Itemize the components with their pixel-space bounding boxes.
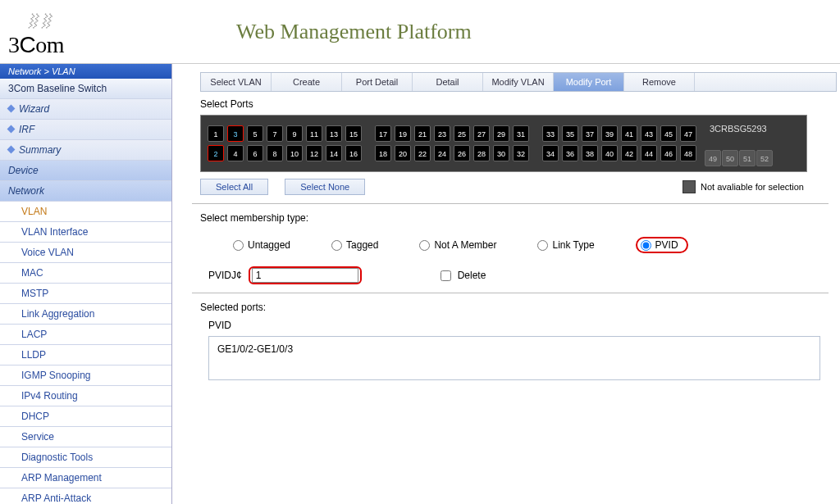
tab-modify-port[interactable]: Modify Port [554, 73, 624, 91]
port-44[interactable]: 44 [641, 145, 657, 161]
port-49: 49 [705, 150, 721, 166]
port-10[interactable]: 10 [286, 145, 303, 161]
port-3[interactable]: 3 [227, 125, 244, 142]
sidebar-item-mac[interactable]: MAC [0, 263, 171, 284]
port-34[interactable]: 34 [542, 145, 559, 161]
radio-input[interactable] [537, 240, 548, 251]
sidebar-item-lldp[interactable]: LLDP [0, 345, 171, 366]
port-23[interactable]: 23 [434, 125, 450, 142]
port-9[interactable]: 9 [286, 125, 303, 142]
radio-input[interactable] [641, 240, 651, 251]
port-45[interactable]: 45 [660, 125, 677, 142]
port-14[interactable]: 14 [326, 145, 342, 161]
port-43[interactable]: 43 [641, 125, 657, 142]
port-25[interactable]: 25 [454, 125, 470, 142]
tab-modify-vlan[interactable]: Modify VLAN [483, 73, 554, 91]
port-12[interactable]: 12 [306, 145, 322, 161]
port-40[interactable]: 40 [601, 145, 618, 161]
sidebar-item-arp-anti-attack[interactable]: ARP Anti-Attack [0, 488, 171, 504]
sidebar-item-link-aggregation[interactable]: Link Aggregation [0, 304, 171, 325]
select-none-button[interactable]: Select None [285, 179, 365, 195]
port-6[interactable]: 6 [247, 145, 263, 161]
port-31[interactable]: 31 [513, 125, 529, 142]
sidebar-item-voice-vlan[interactable]: Voice VLAN [0, 243, 171, 263]
sidebar-item-arp-management[interactable]: ARP Management [0, 468, 171, 488]
sidebar-root[interactable]: 3Com Baseline Switch [0, 79, 171, 99]
port-26[interactable]: 26 [454, 145, 470, 161]
port-42[interactable]: 42 [621, 145, 637, 161]
header: ⧚⧚ 3Com Web Management Platform [0, 0, 840, 64]
selected-ports-box: GE1/0/2-GE1/0/3 [208, 336, 820, 380]
delete-checkbox[interactable] [441, 270, 451, 281]
select-all-button[interactable]: Select All [200, 179, 268, 195]
membership-radio-not-a-member[interactable]: Not A Member [419, 239, 496, 251]
port-28[interactable]: 28 [473, 145, 490, 161]
port-7[interactable]: 7 [267, 125, 283, 142]
sidebar-item-diagnostic-tools[interactable]: Diagnostic Tools [0, 447, 171, 468]
port-5[interactable]: 5 [247, 125, 263, 142]
tab-remove[interactable]: Remove [624, 73, 695, 91]
port-2[interactable]: 2 [208, 145, 224, 161]
port-17[interactable]: 17 [375, 125, 391, 142]
tab-detail[interactable]: Detail [413, 73, 483, 91]
port-4[interactable]: 4 [227, 145, 244, 161]
port-41[interactable]: 41 [621, 125, 637, 142]
sidebar-item-label: IRF [19, 124, 34, 135]
port-20[interactable]: 20 [395, 145, 411, 161]
sidebar-item-network[interactable]: Network [0, 181, 171, 202]
membership-radio-row: UntaggedTaggedNot A MemberLink TypePVID [233, 237, 837, 253]
radio-input[interactable] [419, 240, 430, 251]
port-22[interactable]: 22 [414, 145, 431, 161]
port-30[interactable]: 30 [493, 145, 509, 161]
sidebar-item-wizard[interactable]: Wizard [0, 99, 171, 120]
port-21[interactable]: 21 [414, 125, 431, 142]
sidebar-item-service[interactable]: Service [0, 427, 171, 447]
radio-label: Not A Member [434, 239, 496, 251]
port-1[interactable]: 1 [208, 125, 224, 142]
sidebar-item-summary[interactable]: Summary [0, 140, 171, 161]
sidebar-item-label: Wizard [19, 103, 49, 115]
membership-radio-link-type[interactable]: Link Type [537, 239, 594, 251]
membership-radio-pvid[interactable]: PVID [636, 237, 688, 253]
sidebar-item-device[interactable]: Device [0, 161, 171, 181]
selected-ports-title: PVID [208, 320, 820, 331]
tab-select-vlan[interactable]: Select VLAN [201, 73, 272, 91]
port-32[interactable]: 32 [513, 145, 529, 161]
radio-input[interactable] [233, 240, 244, 251]
port-16[interactable]: 16 [345, 145, 362, 161]
port-13[interactable]: 13 [326, 125, 342, 142]
tab-port-detail[interactable]: Port Detail [342, 73, 413, 91]
port-19[interactable]: 19 [395, 125, 411, 142]
port-29[interactable]: 29 [493, 125, 509, 142]
tab-create[interactable]: Create [272, 73, 342, 91]
port-11[interactable]: 11 [306, 125, 322, 142]
sidebar-item-vlan-interface[interactable]: VLAN Interface [0, 222, 171, 243]
sidebar: Network > VLAN 3Com Baseline Switch Wiza… [0, 64, 172, 504]
port-18[interactable]: 18 [375, 145, 391, 161]
sidebar-item-ipv4-routing[interactable]: IPv4 Routing [0, 386, 171, 406]
port-27[interactable]: 27 [473, 125, 490, 142]
port-36[interactable]: 36 [562, 145, 578, 161]
sidebar-item-lacp[interactable]: LACP [0, 325, 171, 345]
port-48[interactable]: 48 [680, 145, 696, 161]
sidebar-item-irf[interactable]: IRF [0, 120, 171, 140]
pvid-input[interactable] [252, 268, 358, 283]
radio-input[interactable] [331, 240, 342, 251]
port-24[interactable]: 24 [434, 145, 450, 161]
legend-text: Not avaliable for selection [701, 182, 804, 192]
port-46[interactable]: 46 [660, 145, 677, 161]
port-37[interactable]: 37 [582, 125, 598, 142]
sidebar-item-dhcp[interactable]: DHCP [0, 406, 171, 427]
port-15[interactable]: 15 [345, 125, 362, 142]
port-39[interactable]: 39 [601, 125, 618, 142]
port-38[interactable]: 38 [582, 145, 598, 161]
port-47[interactable]: 47 [680, 125, 696, 142]
port-8[interactable]: 8 [267, 145, 283, 161]
sidebar-item-mstp[interactable]: MSTP [0, 284, 171, 304]
sidebar-item-vlan[interactable]: VLAN [0, 202, 171, 222]
membership-radio-untagged[interactable]: Untagged [233, 239, 290, 251]
port-35[interactable]: 35 [562, 125, 578, 142]
port-33[interactable]: 33 [542, 125, 559, 142]
membership-radio-tagged[interactable]: Tagged [331, 239, 378, 251]
sidebar-item-igmp-snooping[interactable]: IGMP Snooping [0, 366, 171, 386]
